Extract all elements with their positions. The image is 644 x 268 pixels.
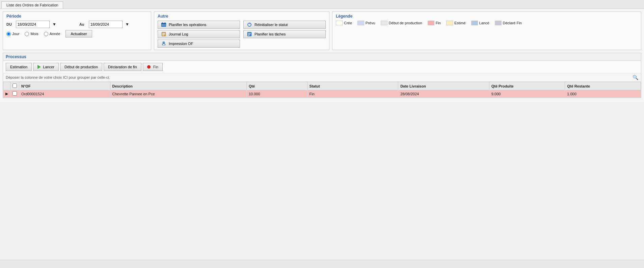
table-container: N°OF Description Qté Statut Date Livrais…	[3, 82, 641, 98]
legende-prevu: Prévu	[357, 21, 375, 25]
periode-du-row: DU ▼ Au ▼	[6, 21, 147, 28]
row-statut: Fin	[307, 90, 398, 98]
journal-log-button[interactable]: Journal Log	[158, 30, 240, 38]
legende-fin-box	[428, 21, 434, 25]
legende-title: Légende	[336, 14, 638, 19]
search-icon[interactable]: 🔍	[633, 75, 638, 80]
actualiser-button[interactable]: Actualiser	[65, 30, 92, 38]
svg-rect-6	[165, 25, 165, 25]
radio-jour[interactable]	[6, 32, 11, 36]
top-panels: Période DU ▼ Au ▼ Jour Mois	[3, 11, 641, 50]
svg-rect-3	[165, 22, 165, 24]
row-qte-restante: 1.000	[565, 90, 641, 98]
row-qte-produite: 9.000	[489, 90, 565, 98]
row-date-livraison: 28/08/2024	[398, 90, 489, 98]
svg-rect-18	[163, 42, 165, 43]
journal-icon	[161, 31, 167, 37]
fin-button[interactable]: Fin	[143, 63, 163, 71]
svg-rect-12	[162, 35, 164, 35]
col-date-header: Date Livraison	[398, 82, 489, 90]
main-content: Période DU ▼ Au ▼ Jour Mois	[0, 9, 644, 102]
autre-title: Autre	[158, 14, 326, 19]
drop-hint-bar: Déposer la colonne de votre choix ICI po…	[3, 73, 641, 82]
legende-grid: Crée Prévu Début de production Fin Estim…	[336, 21, 638, 25]
col-qte-header: Qté	[246, 82, 307, 90]
estimation-label: Estimation	[10, 65, 27, 69]
impression-of-label: Impression OF	[169, 42, 193, 46]
svg-rect-15	[248, 34, 250, 35]
du-label: DU	[6, 22, 13, 26]
svg-rect-19	[163, 44, 165, 45]
print-icon	[161, 41, 167, 46]
svg-rect-16	[248, 35, 249, 36]
processus-title: Processus	[3, 53, 641, 61]
col-qteproduite-header: Qté Produite	[489, 82, 565, 90]
legende-debut-box	[381, 21, 387, 25]
journal-log-label: Journal Log	[169, 32, 188, 36]
select-all-checkbox[interactable]	[12, 83, 17, 88]
lancer-button[interactable]: Lancer	[33, 63, 59, 71]
row-nof: Ord00001524	[19, 90, 110, 98]
svg-rect-4	[162, 25, 163, 25]
legende-debut: Début de production	[381, 21, 422, 25]
table-header-row: N°OF Description Qté Statut Date Livrais…	[3, 82, 641, 90]
legende-declare-box	[495, 21, 502, 25]
table-body: ▶ Ord00001524 Chevrette Pannee en Pce 10…	[3, 90, 641, 98]
legende-lance-box	[471, 21, 478, 25]
legende-panel: Légende Crée Prévu Début de production F…	[332, 11, 641, 50]
of-table: N°OF Description Qté Statut Date Livrais…	[3, 82, 641, 98]
legende-debut-label: Début de production	[389, 21, 422, 25]
reinitialiser-statut-label: Réinitialiser le statut	[254, 23, 288, 27]
reinitialiser-statut-button[interactable]: Réinitialiser le statut	[243, 21, 326, 29]
autre-grid: Planifier les opérations Réinitialiser l…	[158, 21, 326, 48]
drop-hint-text: Déposer la colonne de votre choix ICI po…	[6, 75, 110, 79]
au-input[interactable]	[89, 21, 123, 28]
col-statut-header: Statut	[307, 82, 398, 90]
radio-jour-label[interactable]: Jour	[6, 32, 19, 36]
calendar-icon	[161, 22, 167, 27]
legende-estime-label: Estimé	[454, 21, 466, 25]
planifier-operations-label: Planifier les opérations	[169, 23, 206, 27]
legende-lance: Lancé	[471, 21, 489, 25]
col-description-header: Description	[110, 82, 246, 90]
autre-panel: Autre Planifier les opérations Réinitial…	[154, 11, 329, 50]
planifier-taches-button[interactable]: Planifier les tâches	[243, 30, 326, 38]
du-input[interactable]	[16, 21, 50, 28]
legende-cree-box	[336, 21, 343, 25]
row-qte: 10.000	[246, 90, 307, 98]
svg-rect-11	[162, 34, 165, 35]
impression-of-button[interactable]: Impression OF	[158, 40, 240, 48]
legende-estime-box	[446, 21, 453, 25]
legende-cree-label: Crée	[344, 21, 352, 25]
row-expander[interactable]: ▶	[3, 90, 10, 98]
periode-panel: Période DU ▼ Au ▼ Jour Mois	[3, 11, 151, 50]
declaration-fin-button[interactable]: Déclaration de fin	[104, 63, 141, 71]
radio-annee[interactable]	[44, 32, 48, 36]
radio-mois-label[interactable]: Mois	[25, 32, 38, 36]
legende-declare: Déclaré Fin	[495, 21, 522, 25]
col-checkbox-header	[10, 82, 19, 90]
row-checkbox[interactable]	[12, 91, 17, 96]
tab-liste-of[interactable]: Liste des Ordres de Fabrication	[1, 1, 63, 8]
debut-production-label: Début de production	[64, 65, 98, 69]
legende-lance-label: Lancé	[479, 21, 489, 25]
table-row[interactable]: ▶ Ord00001524 Chevrette Pannee en Pce 10…	[3, 90, 641, 98]
radio-annee-label[interactable]: Année	[44, 32, 60, 36]
stop-icon	[147, 65, 151, 69]
legende-estime: Estimé	[446, 21, 466, 25]
tab-bar: Liste des Ordres de Fabrication	[0, 0, 644, 9]
lancer-label: Lancer	[43, 65, 54, 69]
svg-rect-14	[248, 33, 251, 34]
debut-production-button[interactable]: Début de production	[60, 63, 102, 71]
processus-section: Processus Estimation Lancer Début de pro…	[3, 53, 641, 98]
estimation-button[interactable]: Estimation	[6, 63, 32, 71]
radio-mois[interactable]	[25, 32, 29, 36]
svg-rect-20	[162, 43, 163, 44]
periode-radio-row: Jour Mois Année Actualiser	[6, 30, 147, 38]
col-nof-header: N°OF	[19, 82, 110, 90]
col-qterestante-header: Qté Restante	[565, 82, 641, 90]
legende-fin: Fin	[428, 21, 441, 25]
periode-title: Période	[6, 14, 147, 19]
planifier-operations-button[interactable]: Planifier les opérations	[158, 21, 240, 29]
fin-label: Fin	[153, 65, 158, 69]
